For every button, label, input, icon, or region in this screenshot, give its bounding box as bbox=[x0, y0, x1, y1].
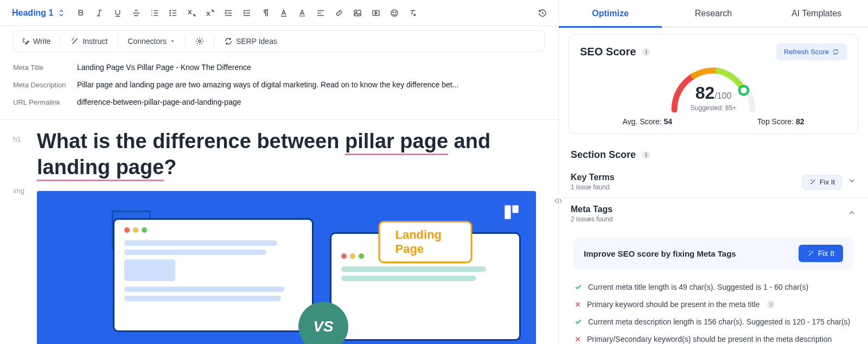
meta-desc-row[interactable]: Meta Description Pillar page and landing… bbox=[13, 76, 545, 93]
connectors-label: Connectors bbox=[127, 37, 167, 46]
check-text: Primary keyword should be present in the… bbox=[587, 300, 760, 309]
check-text: Current meta title length is 49 char(s).… bbox=[588, 283, 808, 291]
link-button[interactable] bbox=[332, 6, 346, 20]
hero-image[interactable]: Landing Page VS bbox=[37, 191, 536, 344]
write-label: Write bbox=[33, 37, 50, 46]
callout-text: Improve SEO score by fixing Meta Tags bbox=[584, 249, 736, 258]
section-meta-tags[interactable]: Meta Tags 2 issues found bbox=[559, 198, 868, 230]
underline-icon bbox=[113, 8, 123, 18]
content[interactable]: What is the difference between pillar pa… bbox=[37, 129, 545, 344]
pane-resize-handle[interactable] bbox=[553, 195, 564, 206]
refresh-score-button[interactable]: Refresh Score bbox=[776, 43, 847, 60]
collapse-meta-tags[interactable] bbox=[847, 208, 856, 219]
indent-button[interactable] bbox=[240, 6, 254, 20]
meta-title-value: Landing Page Vs Pillar Page - Know The D… bbox=[77, 63, 545, 72]
italic-button[interactable] bbox=[92, 6, 106, 20]
underline-button[interactable] bbox=[111, 6, 125, 20]
check-row: Current meta title length is 49 char(s).… bbox=[574, 278, 853, 296]
title-text-mid: and bbox=[448, 130, 490, 152]
subscript-icon bbox=[187, 8, 196, 18]
svg-point-13 bbox=[739, 86, 748, 94]
highlight-button[interactable] bbox=[295, 6, 309, 20]
title-text-a: What is the difference between bbox=[37, 130, 345, 152]
emoji-icon bbox=[390, 8, 399, 18]
tab-research[interactable]: Research bbox=[662, 0, 765, 28]
gutter: h1 img bbox=[13, 129, 30, 344]
pencil-lines-icon bbox=[21, 37, 30, 46]
heading-label: Heading 1 bbox=[12, 8, 53, 18]
settings-action[interactable] bbox=[195, 37, 204, 46]
info-icon[interactable]: i bbox=[642, 48, 650, 56]
write-action[interactable]: Write bbox=[21, 37, 50, 46]
avg-value: 54 bbox=[664, 117, 673, 126]
caret-down-icon bbox=[170, 39, 175, 44]
info-icon[interactable]: i bbox=[642, 151, 650, 159]
cross-icon bbox=[574, 335, 582, 343]
key-terms-title: Key Terms bbox=[571, 173, 615, 182]
text-color-button[interactable] bbox=[277, 6, 291, 20]
check-row: Primary keyword should be present in the… bbox=[574, 296, 853, 313]
fix-label: Fix It bbox=[820, 178, 835, 186]
meta-title-row[interactable]: Meta Title Landing Page Vs Pillar Page -… bbox=[13, 59, 545, 76]
page-title[interactable]: What is the difference between pillar pa… bbox=[37, 129, 545, 180]
superscript-button[interactable] bbox=[203, 6, 217, 20]
video-button[interactable] bbox=[369, 6, 383, 20]
top-value: 82 bbox=[796, 117, 805, 126]
info-icon[interactable]: i bbox=[767, 301, 775, 308]
fix-meta-tags-button[interactable]: Fix It bbox=[799, 245, 843, 262]
italic-icon bbox=[94, 8, 104, 18]
fix-key-terms-button[interactable]: Fix It bbox=[802, 175, 842, 189]
heading-select[interactable]: Heading 1 bbox=[9, 6, 69, 20]
expand-key-terms[interactable] bbox=[847, 176, 856, 187]
outdent-button[interactable] bbox=[221, 6, 235, 20]
editor-pane: Heading 1 Write Instruct bbox=[0, 0, 559, 344]
meta-perm-row[interactable]: URL Permalink difference-between-pillar-… bbox=[13, 93, 545, 111]
link-icon bbox=[334, 8, 344, 18]
instruct-label: Instruct bbox=[82, 37, 107, 46]
image-button[interactable] bbox=[350, 6, 365, 20]
section-key-terms[interactable]: Key Terms 1 issue found Fix It bbox=[559, 166, 868, 198]
bullet-list-icon bbox=[168, 8, 178, 18]
emoji-button[interactable] bbox=[387, 6, 401, 20]
refresh-icon bbox=[224, 37, 233, 46]
svg-point-1 bbox=[170, 12, 171, 14]
resize-icon bbox=[553, 196, 563, 206]
video-icon bbox=[371, 8, 381, 18]
svg-point-9 bbox=[395, 11, 397, 12]
history-button[interactable] bbox=[535, 6, 550, 20]
meta-block: Meta Title Landing Page Vs Pillar Page -… bbox=[0, 58, 558, 120]
serp-action[interactable]: SERP Ideas bbox=[224, 37, 277, 46]
cross-icon bbox=[574, 301, 582, 308]
key-terms-sub: 1 issue found bbox=[571, 183, 615, 191]
ordered-list-button[interactable] bbox=[148, 6, 162, 20]
chevron-up-down-icon bbox=[56, 8, 66, 18]
clear-format-button[interactable] bbox=[406, 6, 420, 20]
connectors-action[interactable]: Connectors bbox=[127, 37, 175, 46]
title-keyword-pillar: pillar page bbox=[345, 130, 448, 155]
title-keyword-landing: landing page bbox=[37, 156, 164, 181]
wand-icon bbox=[71, 37, 79, 46]
subscript-button[interactable] bbox=[184, 6, 199, 20]
serp-label: SERP Ideas bbox=[236, 37, 277, 46]
align-button[interactable] bbox=[314, 6, 328, 20]
instruct-action[interactable]: Instruct bbox=[71, 37, 107, 46]
refresh-icon bbox=[832, 48, 839, 55]
svg-rect-4 bbox=[354, 10, 361, 16]
tab-ai-templates[interactable]: AI Templates bbox=[765, 0, 868, 28]
avg-label: Avg. Score: bbox=[623, 117, 664, 126]
meta-perm-value: difference-between-pillar-page-and-landi… bbox=[77, 98, 545, 106]
superscript-icon bbox=[205, 8, 215, 18]
strike-button[interactable] bbox=[129, 6, 143, 20]
check-row: Current meta description length is 156 c… bbox=[574, 313, 853, 330]
wand-icon bbox=[807, 250, 815, 257]
tab-optimize[interactable]: Optimize bbox=[559, 0, 662, 28]
svg-point-2 bbox=[170, 15, 171, 16]
bold-button[interactable] bbox=[74, 6, 88, 20]
fix-it-label: Fix It bbox=[818, 249, 834, 258]
check-icon bbox=[574, 283, 583, 291]
svg-point-8 bbox=[393, 11, 394, 12]
bullet-list-button[interactable] bbox=[166, 6, 180, 20]
paragraph-button[interactable] bbox=[258, 6, 272, 20]
svg-point-10 bbox=[199, 40, 201, 42]
document-area: h1 img What is the difference between pi… bbox=[0, 120, 558, 344]
